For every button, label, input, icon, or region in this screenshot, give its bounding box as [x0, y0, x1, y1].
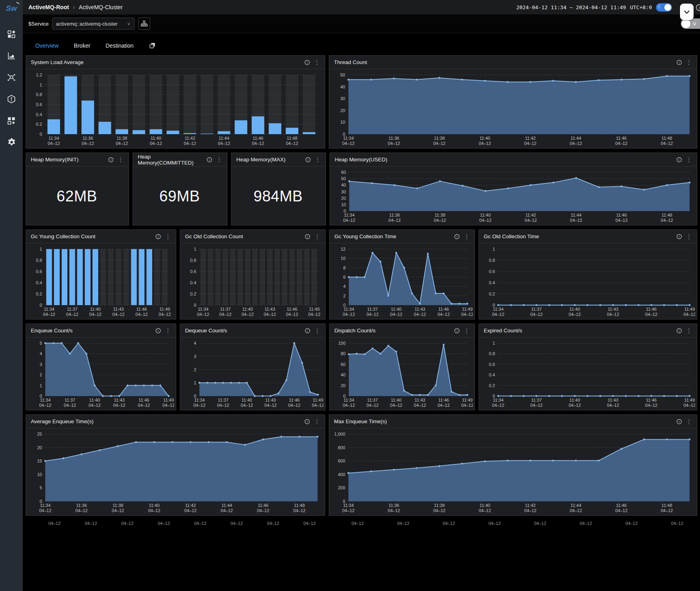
sidebar-item-topology[interactable]	[0, 66, 23, 88]
svg-text:04–12: 04–12	[113, 403, 126, 408]
svg-text:04–12: 04–12	[569, 312, 581, 317]
panel-title: Gc Young Collection Time	[334, 233, 396, 239]
svg-text:50: 50	[341, 176, 346, 181]
info-icon[interactable]: i	[454, 328, 460, 334]
svg-text:04–12: 04–12	[414, 312, 426, 317]
dispatch-count-chart: 02040608010011:3404–1211:3704–1211:4004–…	[330, 339, 473, 409]
kebab-menu-icon[interactable]: ⋮	[315, 157, 321, 163]
info-icon[interactable]: i	[676, 328, 682, 334]
info-icon[interactable]: i	[155, 328, 161, 334]
svg-text:25: 25	[37, 432, 42, 436]
kebab-menu-icon[interactable]: ⋮	[686, 157, 692, 163]
service-select[interactable]: activemq::activemq-cluster ∨	[52, 18, 135, 30]
svg-text:04–12: 04–12	[616, 218, 628, 223]
svg-text:11:46: 11:46	[136, 307, 147, 312]
kebab-menu-icon[interactable]: ⋮	[314, 233, 320, 239]
topology-view-button[interactable]	[138, 18, 150, 30]
kebab-menu-icon[interactable]: ⋮	[686, 328, 692, 334]
info-icon[interactable]: i	[454, 234, 460, 239]
info-icon[interactable]: i	[676, 60, 682, 65]
kebab-menu-icon[interactable]: ⋮	[165, 328, 171, 334]
svg-text:11:43: 11:43	[264, 307, 275, 312]
toggle-knob	[664, 4, 671, 11]
panel-header: Gc Old Collection Count i⋮	[180, 230, 325, 243]
sidebar-item-dashboards[interactable]	[0, 23, 23, 45]
logo-text: Sw	[6, 4, 17, 12]
max-enqueue-time-chart: 02004006008001,00011:3404–1211:3604–1211…	[330, 430, 695, 515]
info-icon[interactable]: i	[676, 234, 682, 239]
time-range-display[interactable]: 2024-04-12 11:34 ~ 2024-04-12 11:49	[516, 4, 626, 10]
chevron-down-icon: ∨	[127, 21, 131, 26]
svg-text:04–12: 04–12	[438, 403, 450, 408]
svg-text:11:37: 11:37	[531, 307, 542, 312]
kebab-menu-icon[interactable]: ⋮	[216, 157, 222, 163]
kebab-menuicon[interactable]: ⋮	[686, 418, 692, 424]
svg-text:11:46: 11:46	[616, 136, 627, 141]
info-icon[interactable]: i	[676, 157, 682, 163]
sidebar-item-charts[interactable]	[0, 45, 23, 66]
cutoff-date-label: 04–12	[267, 521, 280, 526]
svg-text:50: 50	[340, 72, 345, 77]
kebab-menu-icon[interactable]: ⋮	[464, 328, 470, 334]
svg-text:11:34: 11:34	[493, 307, 504, 312]
info-icon[interactable]: i	[155, 234, 161, 239]
svg-text:0.4: 0.4	[36, 280, 42, 285]
expand-header-button[interactable]	[680, 4, 694, 20]
sidebar-item-marketplace[interactable]	[0, 110, 23, 131]
kebab-menu-icon[interactable]: ⋮	[314, 418, 320, 424]
kebab-menu-icon[interactable]: ⋮	[464, 233, 470, 239]
svg-text:04–12: 04–12	[286, 312, 298, 317]
svg-text:11:38: 11:38	[117, 136, 127, 141]
panel-gc-old-count: Gc Old Collection Count i⋮ 00.20.40.60.8…	[180, 229, 326, 320]
svg-text:04–12: 04–12	[343, 312, 355, 317]
svg-text:0: 0	[40, 303, 42, 308]
svg-text:0: 0	[194, 303, 196, 308]
dashboards-icon	[7, 30, 16, 39]
copy-dashboard-button[interactable]	[149, 42, 156, 49]
svg-text:20: 20	[340, 108, 345, 113]
sidebar-item-alerting[interactable]	[0, 88, 23, 110]
kebab-menu-icon[interactable]: ⋮	[118, 157, 124, 163]
svg-text:11:46: 11:46	[646, 398, 657, 402]
panel-header: Heap Memory(COMMITTED) i⋮	[133, 153, 227, 167]
skywalking-logo[interactable]: Sw	[6, 4, 17, 13]
svg-text:0.6: 0.6	[36, 269, 42, 274]
svg-text:i: i	[308, 158, 309, 162]
info-icon[interactable]: i	[108, 157, 114, 163]
info-icon[interactable]: i	[676, 419, 682, 424]
svg-text:11:40: 11:40	[569, 307, 580, 312]
panel-header: Dequeue Count/s i⋮	[180, 324, 325, 338]
info-icon-edge[interactable]: i	[696, 4, 700, 13]
svg-text:11:40: 11:40	[90, 307, 101, 312]
svg-text:11:38: 11:38	[434, 213, 445, 217]
breadcrumb-root[interactable]: ActiveMQ-Root	[28, 4, 69, 10]
svg-text:11:46: 11:46	[253, 136, 264, 141]
info-icon[interactable]: i	[305, 234, 310, 239]
tab-destination[interactable]: Destination	[106, 42, 134, 49]
info-icon[interactable]: i	[207, 157, 212, 163]
svg-text:800: 800	[338, 445, 345, 450]
svg-text:04–12: 04–12	[645, 403, 658, 408]
svg-text:i: i	[111, 158, 112, 162]
panel-heap-init: Heap Memory(INIT) i⋮ 62MB	[26, 153, 129, 225]
kebab-menu-icon[interactable]: ⋮	[314, 59, 320, 65]
tab-overview[interactable]: Overview	[35, 42, 58, 49]
info-icon[interactable]: i	[304, 60, 310, 65]
svg-text:04–12: 04–12	[241, 312, 254, 317]
info-icon[interactable]: i	[305, 328, 310, 334]
tab-broker[interactable]: Broker	[74, 42, 90, 49]
kebab-menu-icon[interactable]: ⋮	[686, 233, 692, 239]
svg-text:11:42: 11:42	[525, 213, 536, 217]
cutoff-date-label: 04–12	[121, 521, 134, 526]
svg-text:10: 10	[340, 120, 345, 125]
sidebar-item-settings[interactable]	[0, 131, 23, 153]
kebab-menu-icon[interactable]: ⋮	[686, 59, 692, 65]
kebab-menu-icon[interactable]: ⋮	[165, 233, 171, 239]
info-icon[interactable]: i	[305, 157, 311, 163]
dark-mode-toggle[interactable]: ☾	[656, 3, 672, 12]
svg-text:400: 400	[338, 472, 345, 477]
kebab-menu-icon[interactable]: ⋮	[314, 328, 320, 334]
svg-text:i: i	[158, 235, 159, 239]
svg-text:0.6: 0.6	[190, 269, 196, 274]
info-icon[interactable]: i	[304, 419, 310, 424]
